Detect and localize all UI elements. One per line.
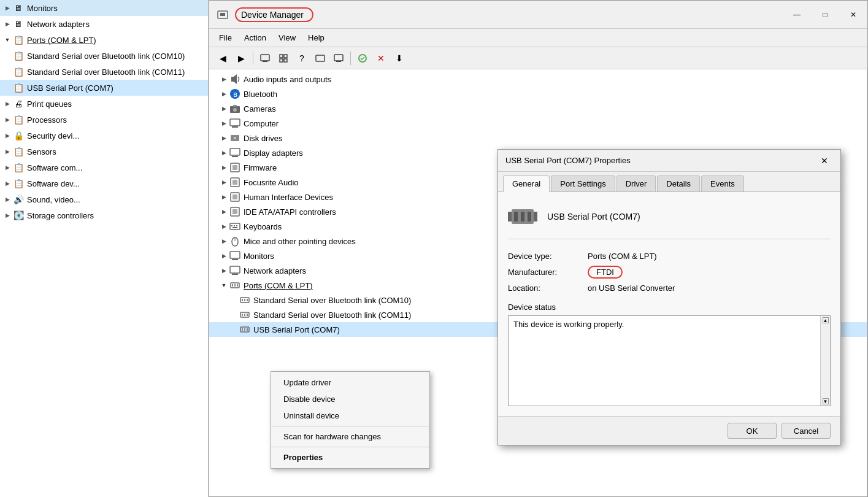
svg-rect-50 — [247, 299, 248, 301]
dialog-title-bar: USB Serial Port (COM7) Properties ✕ — [498, 150, 840, 172]
tree-label: Ports (COM & LPT) — [244, 281, 313, 290]
close-button[interactable]: ✕ — [839, 1, 867, 29]
forward-button[interactable]: ▶ — [232, 50, 250, 67]
svg-rect-34 — [234, 225, 235, 226]
svg-rect-23 — [232, 156, 238, 157]
sidebar-item-storage[interactable]: ▶ 💽 Storage controllers — [0, 207, 208, 223]
maximize-button[interactable]: □ — [811, 1, 839, 29]
expand-icon: ▶ — [2, 131, 12, 141]
sidebar-item-softwaredev[interactable]: ▶ 📋 Software dev... — [0, 175, 208, 191]
tree-item-audio[interactable]: ▶ Audio inputs and outputs — [209, 72, 867, 87]
device-type-row: Device type: Ports (COM & LPT) — [508, 252, 831, 261]
cancel-button[interactable]: Cancel — [782, 423, 831, 439]
sidebar-item-com7[interactable]: 📋 USB Serial Port (COM7) — [0, 80, 208, 96]
tab-general[interactable]: General — [503, 175, 550, 192]
network-icon: 🖥 — [12, 18, 25, 30]
dialog-title: USB Serial Port (COM7) Properties — [505, 156, 816, 165]
svg-rect-27 — [232, 180, 237, 185]
ports-icon — [229, 279, 241, 291]
device-type-value: Ports (COM & LPT) — [588, 252, 657, 261]
expand-icon: ▶ — [219, 74, 229, 84]
toolbar-separator-2 — [350, 52, 351, 65]
expand-icon: ▶ — [2, 99, 12, 109]
sidebar-item-monitors[interactable]: ▶ 🖥 Monitors — [0, 0, 208, 16]
toolbar-btn-1[interactable] — [256, 50, 274, 67]
svg-rect-39 — [230, 252, 240, 258]
software-icon: 📋 — [12, 161, 25, 174]
menu-bar: File Action View Help — [209, 29, 867, 47]
ctx-scan-hardware[interactable]: Scan for hardware changes — [271, 428, 429, 445]
minimize-button[interactable]: — — [783, 1, 811, 29]
port-icon: 📋 — [12, 82, 25, 94]
device-properties: Device type: Ports (COM & LPT) Manufactu… — [508, 252, 831, 293]
audio-icon — [229, 73, 241, 85]
sidebar-item-processors[interactable]: ▶ 📋 Processors — [0, 112, 208, 128]
tab-details[interactable]: Details — [657, 175, 700, 191]
expand-icon — [229, 310, 239, 320]
back-button[interactable]: ◀ — [214, 50, 231, 67]
svg-rect-54 — [247, 314, 248, 316]
sidebar-item-sound[interactable]: ▶ 🔊 Sound, video... — [0, 191, 208, 207]
port-icon: 📋 — [12, 66, 25, 78]
sidebar-item-print[interactable]: ▶ 🖨 Print queues — [0, 96, 208, 112]
toolbar-btn-4[interactable] — [330, 50, 347, 67]
ctx-properties[interactable]: Properties — [271, 449, 429, 466]
toolbar-help-btn[interactable]: ? — [293, 50, 310, 67]
menu-action[interactable]: Action — [238, 31, 272, 45]
ok-button[interactable]: OK — [728, 423, 777, 439]
sidebar-label: Print queues — [27, 99, 72, 109]
toolbar-btn-2[interactable] — [275, 50, 292, 67]
svg-rect-45 — [234, 284, 236, 287]
tree-item-bluetooth[interactable]: ▶ ʙ Bluetooth — [209, 87, 867, 101]
menu-view[interactable]: View — [272, 31, 302, 45]
svg-rect-18 — [230, 119, 240, 126]
ctx-update-driver[interactable]: Update driver — [271, 374, 429, 391]
status-scrollbar[interactable]: ▲ ▼ — [820, 316, 830, 406]
tree-item-disk[interactable]: ▶ Disk drives — [209, 131, 867, 145]
svg-rect-60 — [508, 212, 512, 222]
tree-item-computer[interactable]: ▶ Computer — [209, 116, 867, 131]
tab-port-settings[interactable]: Port Settings — [551, 175, 615, 191]
toolbar-scan-btn[interactable] — [354, 50, 371, 67]
focusrite-icon — [229, 176, 241, 188]
svg-rect-56 — [242, 328, 243, 331]
keyboard-icon — [229, 220, 241, 233]
ctx-uninstall-device[interactable]: Uninstall device — [271, 407, 429, 424]
sidebar-item-softwarecom[interactable]: ▶ 📋 Software com... — [0, 160, 208, 175]
sidebar-item-ports[interactable]: ▼ 📋 Ports (COM & LPT) — [0, 32, 208, 48]
mouse-icon — [229, 235, 241, 247]
sidebar-item-security[interactable]: ▶ 🔒 Security devi... — [0, 128, 208, 144]
sensor-icon: 📋 — [12, 145, 25, 158]
svg-rect-40 — [232, 259, 238, 260]
ctx-disable-device[interactable]: Disable device — [271, 391, 429, 407]
scroll-down-btn[interactable]: ▼ — [823, 398, 829, 404]
sidebar-item-sensors[interactable]: ▶ 📋 Sensors — [0, 144, 208, 160]
toolbar-download-btn[interactable]: ⬇ — [391, 50, 408, 67]
sidebar-item-com10[interactable]: 📋 Standard Serial over Bluetooth link (C… — [0, 48, 208, 64]
svg-rect-63 — [521, 212, 524, 222]
expand-icon: ▶ — [219, 163, 229, 172]
sidebar-item-com11[interactable]: 📋 Standard Serial over Bluetooth link (C… — [0, 64, 208, 80]
expand-icon: ▶ — [2, 210, 12, 220]
menu-file[interactable]: File — [213, 31, 238, 45]
svg-point-21 — [234, 137, 236, 139]
svg-rect-8 — [316, 55, 325, 61]
menu-help[interactable]: Help — [302, 31, 331, 45]
tab-driver[interactable]: Driver — [616, 175, 656, 191]
expand-icon — [2, 83, 12, 93]
sidebar-item-network[interactable]: ▶ 🖥 Network adapters — [0, 16, 208, 32]
tree-item-cameras[interactable]: ▶ Cameras — [209, 101, 867, 116]
expand-icon: ▼ — [219, 280, 229, 290]
svg-rect-44 — [232, 284, 233, 287]
tab-events[interactable]: Events — [701, 175, 744, 191]
toolbar-remove-btn[interactable]: ✕ — [372, 50, 390, 67]
tree-label: Human Interface Devices — [244, 193, 333, 202]
scroll-up-btn[interactable]: ▲ — [823, 317, 829, 323]
svg-rect-41 — [230, 266, 240, 273]
device-status-section: Device status This device is working pro… — [508, 302, 831, 406]
toolbar: ◀ ▶ ? ✕ ⬇ — [209, 47, 867, 69]
toolbar-btn-3[interactable] — [312, 50, 329, 67]
dialog-close-button[interactable]: ✕ — [816, 152, 833, 169]
tree-label: Focusrite Audio — [244, 178, 299, 187]
software-icon: 📋 — [12, 177, 25, 190]
